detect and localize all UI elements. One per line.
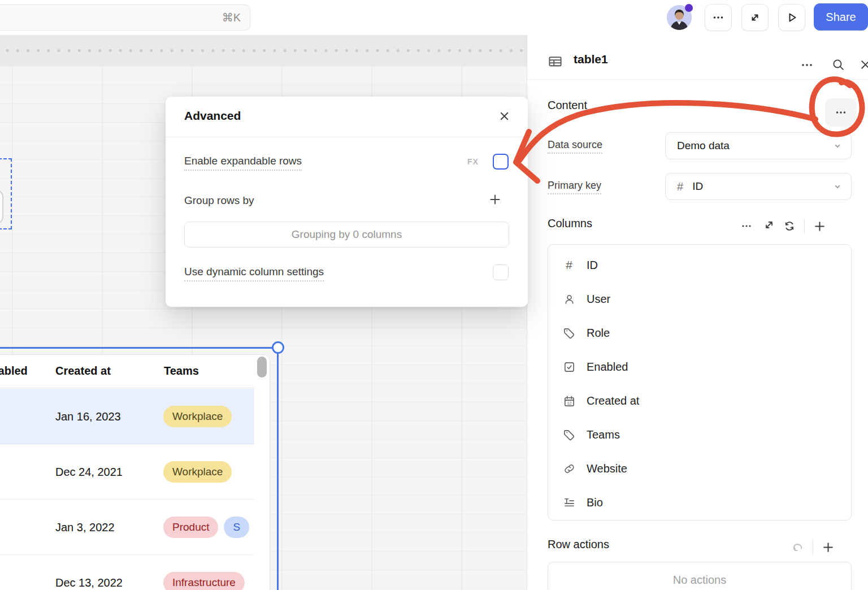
- expand-button[interactable]: [741, 4, 769, 31]
- teams-cell: Product S: [163, 517, 249, 538]
- add-column-icon[interactable]: [813, 219, 827, 233]
- checkbox-icon: [562, 361, 576, 374]
- online-status-dot: [685, 4, 693, 12]
- grouping-button[interactable]: Grouping by 0 columns: [184, 222, 509, 248]
- svg-text:12: 12: [567, 401, 571, 405]
- team-badge: Product: [163, 517, 218, 538]
- component-title: table1: [574, 53, 608, 66]
- column-header-teams[interactable]: Teams: [164, 365, 199, 378]
- panel-more-icon[interactable]: [800, 58, 814, 72]
- refresh-icon[interactable]: [783, 219, 796, 233]
- column-item-bio[interactable]: Bio: [548, 485, 851, 519]
- table-scrollbar-thumb[interactable]: [257, 357, 267, 378]
- command-search-input[interactable]: ⌘K: [0, 5, 250, 31]
- add-action-icon[interactable]: [821, 540, 835, 554]
- columns-list: # ID User Role Enabled: [548, 244, 852, 520]
- data-source-value: Demo data: [677, 140, 730, 152]
- created-at-cell: Dec 13, 2022: [55, 576, 123, 589]
- column-item-label: User: [587, 293, 610, 306]
- table-icon: [548, 54, 563, 69]
- primary-key-select[interactable]: # ID: [665, 173, 852, 200]
- created-at-cell: Jan 3, 2022: [55, 520, 115, 533]
- top-toolbar: ⌘K Share: [0, 0, 868, 35]
- ellipsis-icon: [834, 105, 848, 120]
- calendar-icon: 12: [562, 394, 576, 407]
- share-button[interactable]: Share: [814, 3, 868, 31]
- table-row[interactable]: Dec 24, 2021 Workplace: [0, 444, 254, 500]
- table-scrollbar-track: [254, 355, 270, 590]
- data-source-select[interactable]: Demo data: [665, 132, 852, 159]
- preview-button[interactable]: [778, 4, 805, 31]
- expandable-rows-label: Enable expandable rows: [184, 155, 302, 171]
- row-actions-empty-state: No actions: [548, 562, 852, 590]
- table-row[interactable]: Dec 13, 2022 Infrastructure: [0, 555, 254, 590]
- created-at-cell: Jan 16, 2023: [55, 410, 121, 423]
- canvas-header-dotted-strip: [0, 35, 527, 66]
- table-row[interactable]: Jan 16, 2023 Workplace: [0, 389, 254, 444]
- modal-title: Advanced: [184, 109, 241, 123]
- hash-icon: #: [677, 180, 683, 193]
- team-badge: S: [224, 517, 249, 538]
- row-actions-section-label: Row actions: [548, 538, 609, 551]
- tag-icon: [562, 428, 576, 441]
- column-item-label: Enabled: [587, 361, 628, 374]
- column-item-id[interactable]: # ID: [548, 248, 851, 282]
- dynamic-columns-checkbox[interactable]: [493, 264, 509, 280]
- chevron-down-icon: [832, 181, 843, 192]
- column-header-created-at[interactable]: Created at: [55, 365, 111, 378]
- column-item-label: Bio: [587, 496, 603, 509]
- selection-edge-right: [277, 348, 279, 590]
- column-item-label: ID: [587, 259, 598, 272]
- fx-badge[interactable]: FX: [467, 157, 479, 166]
- selection-resize-handle[interactable]: [272, 341, 284, 354]
- expandable-rows-checkbox[interactable]: [493, 154, 509, 170]
- search-icon[interactable]: [831, 58, 845, 72]
- tag-icon: [562, 327, 576, 340]
- team-badge: Workplace: [163, 406, 232, 427]
- table-header-row: Enabled Created at Teams: [0, 355, 254, 388]
- pop-in-icon[interactable]: [761, 219, 775, 233]
- column-item-label: Role: [587, 327, 610, 340]
- team-badge: Workplace: [163, 461, 232, 483]
- hash-icon: #: [562, 258, 576, 272]
- teams-cell: Workplace: [163, 406, 232, 427]
- link-icon: [562, 462, 576, 475]
- expand-icon: [748, 11, 762, 24]
- search-shortcut-label: ⌘K: [222, 11, 241, 24]
- toolbar-divider: [804, 219, 805, 233]
- column-item-created-at[interactable]: 12 Created at: [548, 384, 851, 418]
- team-badge: Infrastructure: [163, 572, 245, 590]
- modal-divider: [166, 137, 528, 137]
- advanced-modal: Advanced Enable expandable rows FX Group…: [166, 97, 528, 307]
- columns-section-label: Columns: [548, 217, 592, 230]
- column-item-label: Teams: [587, 428, 620, 441]
- dynamic-columns-label: Use dynamic column settings: [184, 266, 324, 281]
- selection-edge-top: [0, 347, 278, 349]
- toolbar-divider: [813, 540, 813, 554]
- primary-key-label: Primary key: [548, 180, 601, 194]
- canvas-ghost-component: [0, 190, 3, 224]
- column-item-user[interactable]: User: [548, 282, 851, 316]
- ellipsis-icon: [711, 11, 725, 24]
- teams-cell: Infrastructure: [163, 572, 245, 590]
- data-source-label: Data source: [548, 139, 602, 154]
- panel-divider: [527, 79, 868, 80]
- table-widget[interactable]: Enabled Created at Teams Jan 16, 2023 Wo…: [0, 354, 270, 590]
- column-item-website[interactable]: Website: [548, 452, 851, 485]
- column-item-role[interactable]: Role: [548, 316, 851, 350]
- chevron-down-icon: [832, 140, 843, 151]
- close-icon[interactable]: [498, 110, 511, 123]
- play-icon: [785, 11, 798, 24]
- toolbar-more-button[interactable]: [705, 4, 732, 31]
- column-header-enabled[interactable]: Enabled: [0, 365, 28, 378]
- add-group-icon[interactable]: [488, 192, 502, 207]
- close-icon[interactable]: [858, 58, 868, 72]
- content-section-label: Content: [548, 99, 587, 112]
- column-item-enabled[interactable]: Enabled: [548, 350, 851, 384]
- content-more-button[interactable]: [825, 98, 857, 127]
- column-item-teams[interactable]: Teams: [548, 418, 851, 452]
- table-row[interactable]: Jan 3, 2022 Product S: [0, 500, 254, 555]
- column-item-label: Created at: [587, 394, 639, 407]
- columns-more-icon[interactable]: [740, 219, 753, 233]
- undo-icon[interactable]: [791, 540, 805, 554]
